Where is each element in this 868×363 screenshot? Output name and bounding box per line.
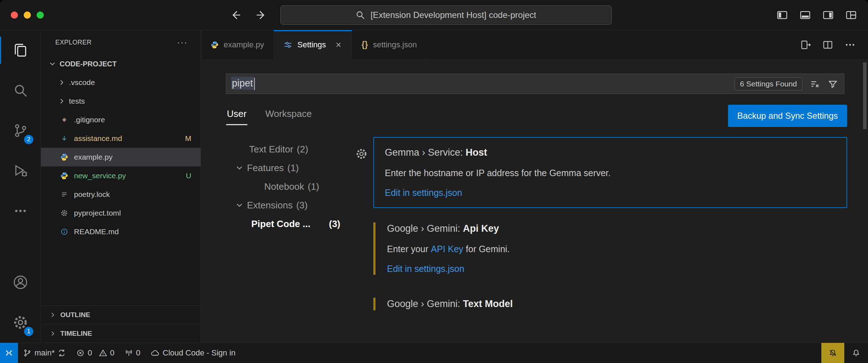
main-area: 2 1 bbox=[0, 30, 868, 343]
customize-layout-icon[interactable] bbox=[845, 9, 857, 21]
tree-root-folder[interactable]: CODE-PROJECT bbox=[41, 55, 201, 73]
fullscreen-window-button[interactable] bbox=[37, 11, 44, 19]
scope-tab-workspace[interactable]: Workspace bbox=[265, 105, 313, 125]
tab-settings-json[interactable]: {} settings.json bbox=[352, 30, 426, 59]
file-label: assistance.md bbox=[74, 134, 122, 143]
toc-count: (2) bbox=[297, 144, 308, 155]
chevron-down-icon bbox=[48, 60, 57, 68]
explorer-title: EXPLORER bbox=[55, 39, 92, 46]
tab-example-py[interactable]: example.py bbox=[201, 30, 274, 59]
do-not-disturb-indicator[interactable] bbox=[821, 343, 844, 363]
timeline-section-header[interactable]: TIMELINE bbox=[41, 324, 201, 343]
sync-icon bbox=[57, 349, 66, 357]
file-label: tests bbox=[69, 97, 85, 105]
command-center[interactable]: [Extension Development Host] code-projec… bbox=[280, 5, 612, 25]
file-label: pyproject.toml bbox=[74, 209, 121, 217]
close-window-button[interactable] bbox=[11, 11, 18, 19]
scope-tab-user[interactable]: User bbox=[226, 105, 247, 125]
explorer-more-actions-icon[interactable]: ··· bbox=[177, 37, 188, 47]
tree-item-poetry-lock[interactable]: poetry.lock bbox=[41, 185, 201, 204]
tree-item-gitignore[interactable]: .gitignore bbox=[41, 110, 201, 129]
scrollbar-thumb[interactable] bbox=[863, 62, 867, 129]
settings-search-input[interactable]: pipet 6 Settings Found bbox=[226, 74, 844, 94]
split-editor-icon[interactable] bbox=[822, 39, 834, 51]
chevron-down-icon bbox=[235, 163, 244, 173]
toc-text-editor[interactable]: Text Editor (2) bbox=[226, 140, 359, 159]
outline-section-header[interactable]: OUTLINE bbox=[41, 305, 201, 324]
file-tree: CODE-PROJECT .vscode tests bbox=[41, 55, 201, 241]
back-button[interactable] bbox=[229, 9, 242, 22]
open-settings-json-icon[interactable] bbox=[800, 39, 811, 51]
activity-run-debug[interactable] bbox=[0, 151, 41, 191]
python-file-icon bbox=[211, 41, 219, 49]
git-status-badge: U bbox=[186, 171, 191, 180]
clear-filters-icon[interactable] bbox=[809, 79, 820, 89]
cloud-code-signin[interactable]: Cloud Code - Sign in bbox=[145, 343, 241, 363]
scm-badge: 2 bbox=[23, 134, 34, 145]
toc-extensions[interactable]: Extensions (3) bbox=[226, 196, 359, 214]
filter-icon[interactable] bbox=[827, 79, 838, 89]
problems-status[interactable]: 0 0 bbox=[71, 343, 120, 363]
bell-icon bbox=[851, 348, 861, 358]
toc-count: (1) bbox=[288, 162, 299, 174]
toggle-panel-icon[interactable] bbox=[799, 9, 811, 21]
git-branch-status[interactable]: main* bbox=[18, 343, 71, 363]
tree-item-assistance-md[interactable]: assistance.md M bbox=[41, 129, 201, 148]
tree-item-tests[interactable]: tests bbox=[41, 92, 201, 110]
toml-gear-icon bbox=[60, 209, 69, 217]
editor-group: example.py Settings {} settings.json bbox=[201, 30, 868, 343]
tree-item-example-py[interactable]: example.py bbox=[41, 148, 201, 166]
outline-label: OUTLINE bbox=[60, 311, 90, 319]
setting-item-google-gemini-api-key[interactable]: Google › Gemini: Api Key Enter your API … bbox=[373, 214, 847, 283]
info-file-icon bbox=[60, 228, 69, 236]
file-label: new_service.py bbox=[74, 171, 126, 180]
warning-count: 0 bbox=[110, 348, 115, 358]
edit-in-settings-json-link[interactable]: Edit in settings.json bbox=[385, 188, 462, 198]
file-label: example.py bbox=[74, 153, 112, 161]
tree-item-new-service-py[interactable]: new_service.py U bbox=[41, 166, 201, 185]
toc-label: Notebook bbox=[264, 181, 304, 192]
activity-spacer bbox=[0, 231, 41, 262]
file-label: README.md bbox=[74, 227, 119, 236]
setting-category: Google › Gemini: bbox=[387, 223, 463, 234]
setting-gear-icon[interactable] bbox=[355, 148, 368, 160]
activity-settings[interactable]: 1 bbox=[0, 302, 41, 343]
setting-category: Google › Gemini: bbox=[387, 298, 463, 309]
activity-accounts[interactable] bbox=[0, 262, 41, 302]
tree-item-vscode[interactable]: .vscode bbox=[41, 73, 201, 92]
ellipsis-icon bbox=[13, 204, 28, 218]
ports-count: 0 bbox=[136, 348, 140, 358]
api-key-link[interactable]: API Key bbox=[431, 242, 463, 256]
chevron-right-icon bbox=[49, 330, 57, 338]
setting-description: for Gemini. bbox=[463, 244, 510, 254]
edit-in-settings-json-link[interactable]: Edit in settings.json bbox=[387, 264, 464, 274]
minimize-window-button[interactable] bbox=[24, 11, 31, 19]
toc-label: Pipet Code ... bbox=[251, 218, 311, 230]
more-actions-icon[interactable] bbox=[844, 39, 856, 51]
settings-badge: 1 bbox=[23, 326, 34, 337]
search-input-value: pipet bbox=[231, 77, 254, 90]
activity-explorer[interactable] bbox=[0, 30, 41, 70]
backup-sync-settings-button[interactable]: Backup and Sync Settings bbox=[728, 105, 847, 127]
toc-notebook[interactable]: Notebook (1) bbox=[226, 177, 359, 196]
setting-item-google-gemini-text-model[interactable]: Google › Gemini: Text Model bbox=[373, 289, 847, 319]
toggle-secondary-sidebar-icon[interactable] bbox=[822, 9, 834, 21]
activity-more[interactable] bbox=[0, 191, 41, 231]
toc-features[interactable]: Features (1) bbox=[226, 159, 359, 177]
remote-indicator[interactable] bbox=[0, 343, 18, 363]
activity-search[interactable] bbox=[0, 70, 41, 110]
activity-source-control[interactable]: 2 bbox=[0, 110, 41, 151]
tab-settings[interactable]: Settings bbox=[274, 30, 353, 59]
forward-button[interactable] bbox=[255, 9, 267, 22]
ports-status[interactable]: 0 bbox=[120, 343, 145, 363]
close-tab-icon[interactable] bbox=[335, 41, 342, 49]
setting-description: Enter the hostname or IP address for the… bbox=[385, 166, 836, 180]
files-icon bbox=[12, 42, 29, 58]
toc-pipet-code[interactable]: Pipet Code ... (3) bbox=[226, 214, 359, 233]
toggle-primary-sidebar-icon[interactable] bbox=[776, 9, 788, 21]
tree-item-readme-md[interactable]: README.md bbox=[41, 222, 201, 241]
setting-item-gemma-service-host[interactable]: Gemma › Service: Host Enter the hostname… bbox=[373, 137, 847, 208]
tree-item-pyproject-toml[interactable]: pyproject.toml bbox=[41, 204, 201, 222]
notifications-bell[interactable] bbox=[844, 343, 868, 363]
timeline-label: TIMELINE bbox=[60, 330, 92, 338]
